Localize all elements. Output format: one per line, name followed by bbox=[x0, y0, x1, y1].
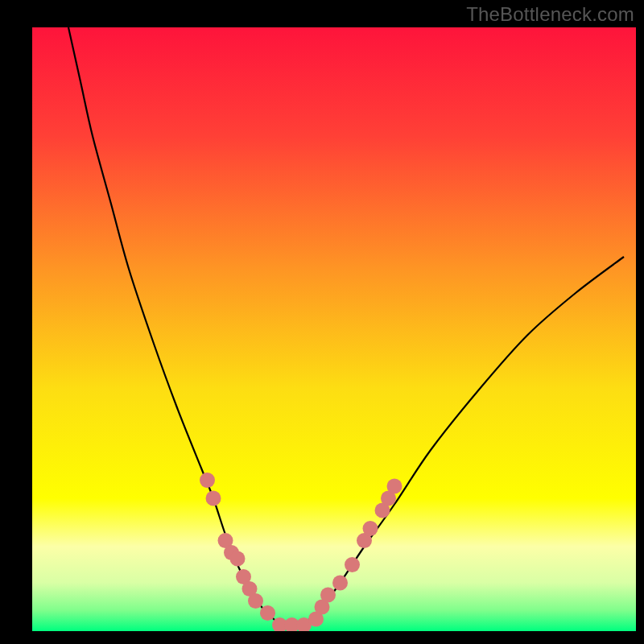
chart-frame: TheBottleneck.com bbox=[0, 0, 644, 644]
highlight-dot bbox=[230, 551, 246, 567]
highlight-dot bbox=[206, 491, 221, 506]
chart-svg bbox=[32, 27, 636, 631]
highlight-dot bbox=[363, 521, 378, 536]
watermark-text: TheBottleneck.com bbox=[466, 3, 634, 26]
plot-area bbox=[32, 27, 636, 631]
highlight-dot bbox=[332, 576, 348, 591]
highlight-dot bbox=[248, 593, 263, 609]
highlight-dot bbox=[200, 473, 215, 488]
highlight-dot bbox=[387, 479, 402, 494]
highlight-dot bbox=[320, 588, 336, 603]
gradient-background bbox=[32, 27, 636, 631]
highlight-dot bbox=[345, 557, 360, 572]
highlight-dot bbox=[260, 605, 275, 621]
